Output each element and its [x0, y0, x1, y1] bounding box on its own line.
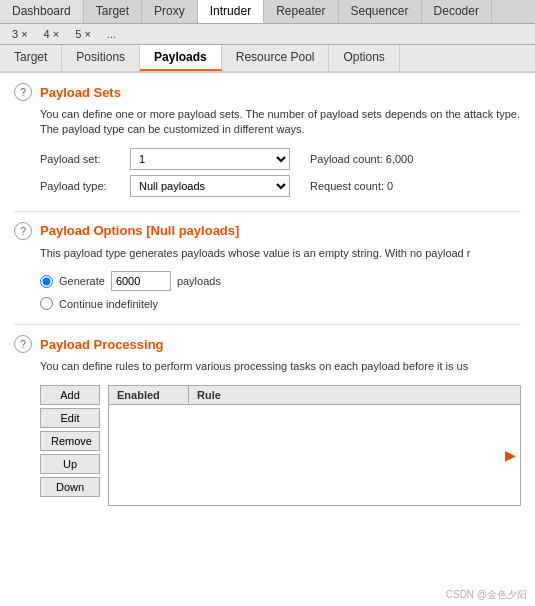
section-tabs: Target Positions Payloads Resource Pool … — [0, 45, 535, 73]
processing-buttons: Add Edit Remove Up Down — [40, 385, 100, 506]
generate-label: Generate — [59, 275, 105, 287]
processing-area: Add Edit Remove Up Down Enabled Rule ▶ — [40, 385, 521, 506]
table-header: Enabled Rule — [109, 386, 520, 405]
col-enabled: Enabled — [109, 386, 189, 404]
tab-payloads[interactable]: Payloads — [140, 45, 222, 71]
payload-sets-title: Payload Sets — [40, 85, 121, 100]
payload-set-select[interactable]: 1 — [130, 148, 290, 170]
col-rule: Rule — [189, 386, 520, 404]
payload-processing-help-icon[interactable]: ? — [14, 335, 32, 353]
payload-sets-header: ? Payload Sets — [14, 83, 521, 101]
divider-1 — [14, 211, 521, 212]
tab-options[interactable]: Options — [329, 45, 399, 71]
sub-tabs-row: 3 × 4 × 5 × ... — [0, 24, 535, 45]
tab-target[interactable]: Target — [0, 45, 62, 71]
top-nav-tab-sequencer[interactable]: Sequencer — [339, 0, 422, 23]
payload-count-info: Payload count: 6,000 — [310, 153, 413, 165]
payload-sets-section: ? Payload Sets You can define one or mor… — [14, 83, 521, 197]
table-body: ▶ — [109, 405, 520, 505]
tab-resource-pool[interactable]: Resource Pool — [222, 45, 330, 71]
generate-radio[interactable] — [40, 275, 53, 288]
top-nav-tab-intruder[interactable]: Intruder — [198, 0, 264, 23]
top-nav-tab-dashboard[interactable]: Dashboard — [0, 0, 84, 23]
top-nav-tab-decoder[interactable]: Decoder — [422, 0, 492, 23]
payload-processing-header: ? Payload Processing — [14, 335, 521, 353]
sub-tab-more[interactable]: ... — [99, 26, 124, 42]
payload-sets-help-icon[interactable]: ? — [14, 83, 32, 101]
processing-table: Enabled Rule ▶ — [108, 385, 521, 506]
continue-radio[interactable] — [40, 297, 53, 310]
payload-sets-desc: You can define one or more payload sets.… — [40, 107, 521, 138]
top-nav-tab-proxy[interactable]: Proxy — [142, 0, 198, 23]
divider-2 — [14, 324, 521, 325]
arrow-right-icon: ▶ — [505, 447, 516, 463]
sub-tab-3[interactable]: 3 × — [4, 26, 36, 42]
payload-type-row: Payload type: Null payloads Simple list … — [40, 175, 521, 197]
sub-tab-5[interactable]: 5 × — [67, 26, 99, 42]
add-button[interactable]: Add — [40, 385, 100, 405]
top-nav-tab-target[interactable]: Target — [84, 0, 142, 23]
up-button[interactable]: Up — [40, 454, 100, 474]
payload-set-row: Payload set: 1 Payload count: 6,000 — [40, 148, 521, 170]
payload-set-label: Payload set: — [40, 153, 130, 165]
payload-options-header: ? Payload Options [Null payloads] — [14, 222, 521, 240]
remove-button[interactable]: Remove — [40, 431, 100, 451]
payload-type-select[interactable]: Null payloads Simple list Runtime file C… — [130, 175, 290, 197]
payload-type-label: Payload type: — [40, 180, 130, 192]
edit-button[interactable]: Edit — [40, 408, 100, 428]
payload-processing-title: Payload Processing — [40, 337, 164, 352]
watermark: CSDN @金色夕阳 — [446, 588, 527, 602]
payload-processing-section: ? Payload Processing You can define rule… — [14, 335, 521, 505]
generate-input[interactable] — [111, 271, 171, 291]
tab-positions[interactable]: Positions — [62, 45, 140, 71]
payload-processing-desc: You can define rules to perform various … — [40, 359, 521, 374]
continue-label: Continue indefinitely — [59, 298, 158, 310]
payload-options-title: Payload Options [Null payloads] — [40, 223, 239, 238]
top-nav: Dashboard Target Proxy Intruder Repeater… — [0, 0, 535, 24]
payloads-label: payloads — [177, 275, 221, 287]
down-button[interactable]: Down — [40, 477, 100, 497]
top-nav-tab-repeater[interactable]: Repeater — [264, 0, 338, 23]
request-count-info: Request count: 0 — [310, 180, 393, 192]
main-content: ? Payload Sets You can define one or mor… — [0, 73, 535, 606]
payload-options-help-icon[interactable]: ? — [14, 222, 32, 240]
payload-options-desc: This payload type generates payloads who… — [40, 246, 521, 261]
generate-row: Generate payloads — [40, 271, 521, 291]
continue-row: Continue indefinitely — [40, 297, 521, 310]
sub-tab-4[interactable]: 4 × — [36, 26, 68, 42]
payload-options-section: ? Payload Options [Null payloads] This p… — [14, 222, 521, 310]
